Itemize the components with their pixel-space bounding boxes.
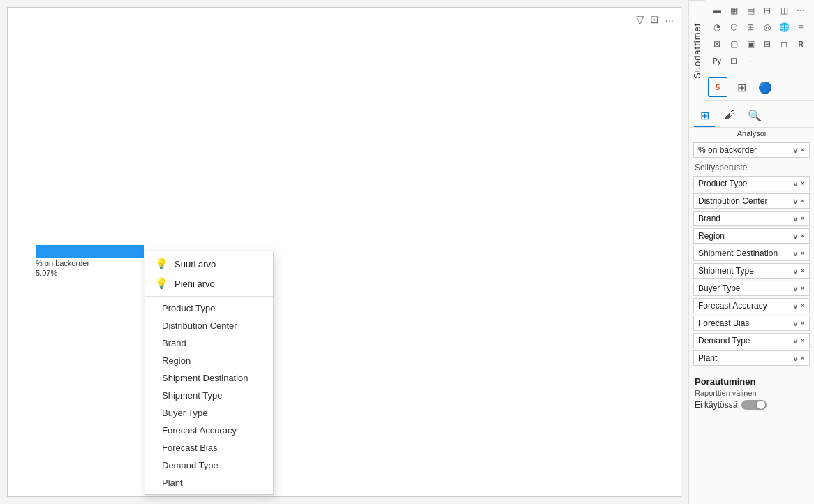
icon-card[interactable]: ▢ — [726, 36, 741, 52]
analysoi-field-pill[interactable]: % on backorder ∨ × — [693, 142, 810, 158]
menu-item-shipment-destination[interactable]: Shipment Destination — [145, 369, 273, 387]
bar-value: 5.07% — [36, 269, 144, 277]
field-pill-shipment-destination[interactable]: Shipment Destination∨× — [693, 246, 810, 261]
menu-item-distribution-center[interactable]: Distribution Center — [145, 317, 273, 334]
icon-globe[interactable]: 🌐 — [776, 20, 792, 35]
field-label: Demand Type — [698, 336, 750, 346]
more-options-icon[interactable]: ··· — [665, 14, 674, 26]
field-pill-region[interactable]: Region∨× — [693, 228, 810, 244]
chevron-icon[interactable]: ∨ — [792, 266, 799, 276]
field-label: Shipment Destination — [698, 249, 778, 258]
context-menu-top: 💡 Suuri arvo 💡 Pieni arvo — [145, 251, 273, 297]
icon-map[interactable]: ⬡ — [726, 20, 741, 35]
chevron-icon[interactable]: ∨ — [792, 336, 799, 346]
chevron-down-icon[interactable]: ∨ — [792, 145, 799, 155]
chevron-icon[interactable]: ∨ — [792, 179, 799, 188]
icon-slicer[interactable]: ⊟ — [760, 36, 775, 52]
field-pill-plant[interactable]: Plant∨× — [693, 350, 810, 366]
context-menu: 💡 Suuri arvo 💡 Pieni arvo Product TypeDi… — [145, 251, 274, 495]
menu-item-suuri-arvo[interactable]: 💡 Suuri arvo — [145, 254, 273, 274]
field-pill-forecast-accuracy[interactable]: Forecast Accuracy∨× — [693, 298, 810, 313]
icon-qa[interactable]: ⊡ — [726, 53, 741, 68]
icon-column[interactable]: ▤ — [743, 3, 758, 18]
tab-analytics[interactable]: 🔍 — [743, 105, 766, 127]
close-icon[interactable]: × — [800, 283, 805, 293]
tab-format[interactable]: 🖌 — [718, 105, 741, 127]
field-pill-distribution-center[interactable]: Distribution Center∨× — [693, 193, 810, 209]
chevron-icon[interactable]: ∨ — [792, 283, 799, 293]
menu-item-forecast-bias[interactable]: Forecast Bias — [145, 439, 273, 457]
icon-more-visuals[interactable]: Py — [709, 53, 725, 68]
menu-item-plant[interactable]: Plant — [145, 474, 273, 491]
panel-vertical-label: Suodattimet — [689, 0, 705, 101]
chevron-icon[interactable]: ∨ — [792, 249, 799, 258]
menu-item-forecast-accuracy[interactable]: Forecast Accuracy — [145, 422, 273, 439]
icon-line[interactable]: ⊟ — [760, 3, 775, 18]
close-icon[interactable]: × — [800, 353, 805, 363]
menu-item-pieni-arvo[interactable]: 💡 Pieni arvo — [145, 274, 273, 293]
icon-smart[interactable]: ··· — [743, 53, 758, 68]
fields-list: Product Type∨×Distribution Center∨×Brand… — [689, 176, 814, 366]
icon-custom2[interactable]: 🔵 — [755, 77, 775, 97]
field-actions: ∨× — [792, 318, 805, 328]
close-icon[interactable]: × — [800, 336, 805, 346]
icon-shape[interactable]: ◻ — [776, 36, 792, 52]
right-panel: Suodattimet ▬ ▦ ▤ ⊟ ◫ ⋯ ◔ ⬡ ⊞ ◎ 🌐 — [688, 0, 814, 504]
field-pill-product-type[interactable]: Product Type∨× — [693, 176, 810, 191]
menu-item-region[interactable]: Region — [145, 352, 273, 369]
icon-r-visual[interactable]: R — [793, 36, 808, 52]
menu-item-buyer-type[interactable]: Buyer Type — [145, 404, 273, 422]
field-pill-demand-type[interactable]: Demand Type∨× — [693, 333, 810, 348]
icon-stacked-bar[interactable]: ▦ — [726, 3, 741, 18]
close-icon[interactable]: × — [800, 318, 805, 328]
context-menu-list: Product TypeDistribution CenterBrandRegi… — [145, 297, 273, 494]
chevron-icon[interactable]: ∨ — [792, 318, 799, 328]
tab-label-analysoi: Analysoi — [689, 128, 814, 140]
field-pill-buyer-type[interactable]: Buyer Type∨× — [693, 281, 810, 296]
tab-fields[interactable]: ⊞ — [693, 105, 716, 127]
chevron-icon[interactable]: ∨ — [792, 353, 799, 363]
icon-scatter[interactable]: ⋯ — [793, 3, 808, 18]
canvas-area: ▽ ⊡ ··· % on backorder 5.07% 💡 Suuri arv… — [7, 7, 681, 497]
close-icon[interactable]: × — [800, 214, 805, 223]
chevron-icon[interactable]: ∨ — [792, 231, 799, 241]
field-label: Forecast Bias — [698, 318, 749, 328]
close-icon-analysoi[interactable]: × — [800, 145, 805, 155]
close-icon[interactable]: × — [800, 179, 805, 188]
bar-label: % on backorder — [36, 259, 144, 267]
icon-bar-chart[interactable]: ▬ — [709, 3, 725, 18]
chevron-icon[interactable]: ∨ — [792, 196, 799, 206]
field-pill-shipment-type[interactable]: Shipment Type∨× — [693, 263, 810, 279]
chevron-icon[interactable]: ∨ — [792, 214, 799, 223]
menu-item-shipment-type[interactable]: Shipment Type — [145, 387, 273, 404]
fields-scroll[interactable]: % on backorder ∨ × Selitysperuste Produc… — [689, 140, 814, 504]
field-actions: ∨× — [792, 301, 805, 311]
table-icon[interactable]: ⊡ — [650, 13, 659, 26]
analysoi-field-actions: ∨ × — [792, 145, 805, 155]
close-icon[interactable]: × — [800, 249, 805, 258]
icon-pie[interactable]: ◔ — [709, 20, 725, 35]
icon-gauge[interactable]: ◎ — [760, 20, 775, 35]
close-icon[interactable]: × — [800, 231, 805, 241]
filter-icon[interactable]: ▽ — [636, 13, 644, 26]
field-pill-brand[interactable]: Brand∨× — [693, 211, 810, 226]
icon-treemap[interactable]: ⊞ — [743, 20, 758, 35]
canvas-toolbar: ▽ ⊡ ··· — [636, 13, 674, 26]
field-label: Buyer Type — [698, 283, 740, 293]
menu-item-product-type[interactable]: Product Type — [145, 299, 273, 317]
icon-area[interactable]: ◫ — [776, 3, 792, 18]
close-icon[interactable]: × — [800, 266, 805, 276]
icon-kpi[interactable]: ▣ — [743, 36, 758, 52]
chevron-icon[interactable]: ∨ — [792, 301, 799, 311]
icon-matrix[interactable]: ⊠ — [709, 36, 725, 52]
field-pill-forecast-bias[interactable]: Forecast Bias∨× — [693, 316, 810, 331]
icon-html[interactable]: 5 — [708, 77, 727, 97]
close-icon[interactable]: × — [800, 301, 805, 311]
menu-item-demand-type[interactable]: Demand Type — [145, 457, 273, 474]
field-label: Brand — [698, 214, 720, 223]
menu-item-brand[interactable]: Brand — [145, 334, 273, 352]
toggle-switch[interactable] — [741, 400, 767, 410]
icon-custom1[interactable]: ⊞ — [732, 77, 751, 97]
icon-table[interactable]: ≡ — [793, 20, 808, 35]
close-icon[interactable]: × — [800, 196, 805, 206]
